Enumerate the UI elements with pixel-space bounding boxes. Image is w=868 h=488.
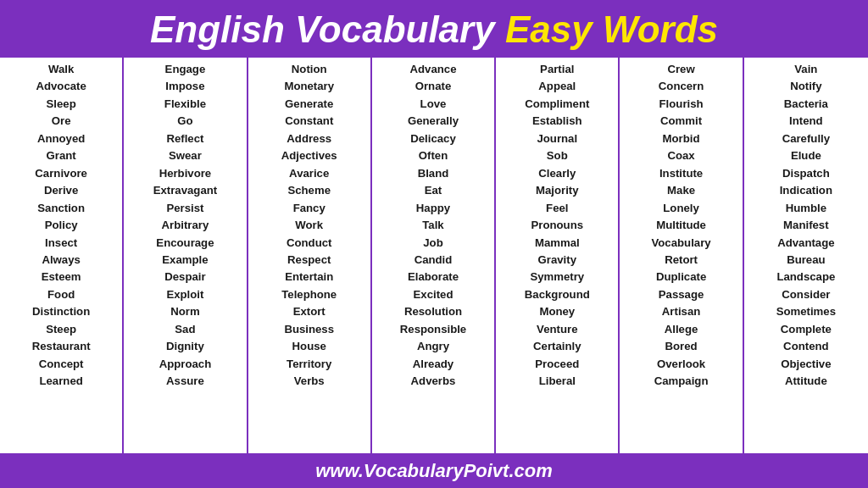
word-item: Exploit: [166, 286, 203, 303]
word-item: Esteem: [42, 269, 81, 286]
word-item: Appeal: [538, 78, 576, 95]
word-item: Generally: [408, 113, 459, 130]
word-item: Notion: [292, 61, 327, 78]
word-item: Monetary: [284, 78, 334, 95]
word-item: Go: [177, 113, 192, 130]
word-item: Happy: [416, 200, 450, 217]
word-item: Advantage: [777, 235, 834, 252]
word-item: Policy: [45, 217, 78, 234]
word-item: Pronouns: [531, 217, 584, 234]
word-item: Address: [287, 130, 331, 147]
word-item: Venture: [537, 321, 577, 338]
word-item: Restaurant: [32, 338, 91, 355]
word-item: Annoyed: [37, 130, 85, 147]
word-item: Reflect: [166, 130, 203, 147]
word-item: Norm: [170, 303, 199, 320]
word-item: Adverbs: [411, 373, 456, 390]
word-item: Overlook: [657, 356, 705, 373]
word-item: Morbid: [663, 130, 700, 147]
word-item: Proceed: [535, 356, 579, 373]
page-title: English Vocabulary Easy Words: [150, 8, 718, 50]
word-item: Distinction: [32, 303, 90, 320]
word-item: Sleep: [47, 96, 76, 113]
word-item: Ore: [52, 113, 71, 130]
word-item: Flourish: [659, 96, 704, 113]
word-item: Flexible: [164, 96, 206, 113]
footer: www.VocabularyPoivt.com: [0, 453, 868, 488]
word-item: Carefully: [782, 130, 830, 147]
word-item: Sob: [547, 147, 568, 164]
word-item: Complete: [781, 321, 832, 338]
word-item: Dispatch: [782, 165, 830, 182]
word-item: Angry: [417, 338, 449, 355]
word-item: Objective: [781, 356, 831, 373]
word-item: Elaborate: [408, 269, 459, 286]
word-item: Ornate: [415, 78, 452, 95]
word-item: Constant: [285, 113, 333, 130]
word-item: Concern: [659, 78, 704, 95]
word-item: Excited: [414, 286, 453, 303]
word-item: Indication: [780, 182, 832, 199]
word-item: Telephone: [281, 286, 337, 303]
word-item: Responsible: [400, 321, 466, 338]
word-item: Entertain: [285, 269, 333, 286]
word-item: Intend: [789, 113, 823, 130]
word-item: Verbs: [294, 373, 325, 390]
word-item: Notify: [790, 78, 821, 95]
word-item: Duplicate: [656, 269, 706, 286]
header: English Vocabulary Easy Words: [0, 0, 868, 58]
word-item: Certainly: [533, 338, 581, 355]
word-item: Compliment: [525, 96, 589, 113]
word-item: Gravity: [538, 252, 576, 269]
word-item: Grant: [47, 147, 76, 164]
word-item: Often: [419, 147, 448, 164]
word-item: Encourage: [156, 235, 214, 252]
word-item: Extravagant: [153, 182, 218, 199]
word-item: Establish: [532, 113, 582, 130]
word-item: Majority: [536, 182, 579, 199]
word-item: Love: [420, 96, 447, 113]
word-item: Swear: [169, 147, 202, 164]
word-item: Extort: [293, 303, 326, 320]
word-item: Resolution: [404, 303, 462, 320]
word-grid: WalkAdvocateSleepOreAnnoyedGrantCarnivor…: [0, 58, 868, 453]
word-item: Allege: [665, 321, 698, 338]
word-item: Respect: [287, 252, 331, 269]
word-item: Bland: [418, 165, 449, 182]
word-item: Contend: [783, 338, 828, 355]
word-item: Humble: [786, 200, 826, 217]
word-item: Sad: [175, 321, 195, 338]
word-item: Background: [525, 286, 590, 303]
word-item: Job: [423, 235, 442, 252]
word-item: Money: [539, 303, 575, 320]
word-item: Always: [42, 252, 80, 269]
word-column-1: WalkAdvocateSleepOreAnnoyedGrantCarnivor…: [0, 58, 124, 453]
word-item: Artisan: [662, 303, 700, 320]
word-item: Attitude: [785, 373, 827, 390]
word-item: Delicacy: [410, 130, 456, 147]
word-item: Already: [413, 356, 453, 373]
word-item: Sometimes: [776, 303, 836, 320]
word-item: Eat: [425, 182, 442, 199]
word-column-4: AdvanceOrnateLoveGenerallyDelicacyOftenB…: [372, 58, 496, 453]
word-item: Feel: [546, 200, 568, 217]
page-container: English Vocabulary Easy Words WalkAdvoca…: [0, 0, 868, 488]
word-item: Work: [295, 217, 323, 234]
word-column-3: NotionMonetaryGenerateConstantAddressAdj…: [248, 58, 372, 453]
word-item: Example: [162, 252, 208, 269]
word-item: Advance: [410, 61, 457, 78]
word-item: Talk: [422, 217, 443, 234]
word-item: Crew: [667, 61, 694, 78]
word-column-5: PartialAppealComplimentEstablishJournalS…: [496, 58, 620, 453]
word-item: Derive: [44, 182, 78, 199]
title-white: English Vocabulary: [150, 8, 505, 50]
word-item: Persist: [166, 200, 203, 217]
word-item: Engage: [165, 61, 206, 78]
word-item: Adjectives: [281, 147, 337, 164]
word-item: Bored: [665, 338, 698, 355]
word-item: Bureau: [787, 252, 825, 269]
word-item: Consider: [782, 286, 830, 303]
word-item: Despair: [164, 269, 205, 286]
word-item: Impose: [165, 78, 204, 95]
word-item: Candid: [415, 252, 453, 269]
